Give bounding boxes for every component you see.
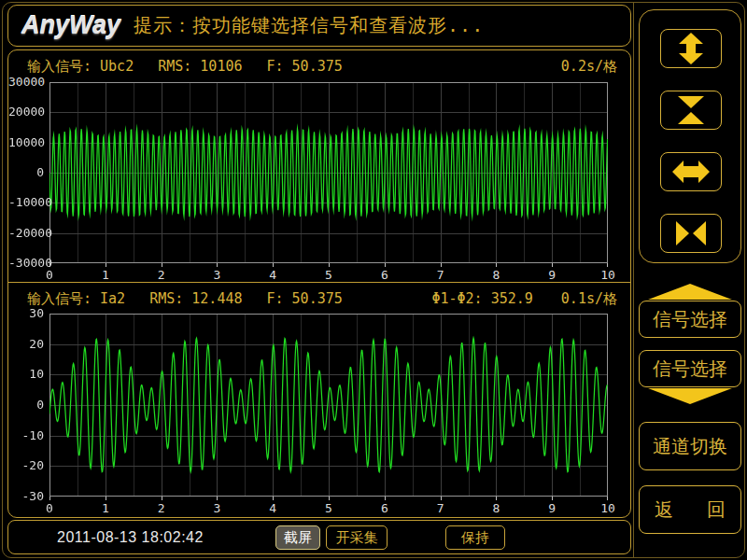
analyzer-screen: AnyWay 提示：按功能键选择信号和查看波形... 输入信号: Ubc2 RM… — [0, 0, 747, 560]
y-axis-tick-label: -20 — [8, 459, 44, 472]
x-axis-tick-label: 9 — [548, 269, 556, 282]
compress-vertical-button[interactable] — [660, 91, 722, 130]
y-axis-tick-label: 20000 — [8, 105, 44, 119]
x-axis-tick-label: 4 — [269, 502, 276, 515]
channel-switch-button[interactable]: 通道切换 — [639, 422, 741, 470]
current-waveform-canvas — [49, 314, 608, 501]
back-label-left: 返 — [655, 497, 673, 523]
x-axis-tick-label: 3 — [213, 269, 220, 282]
x-axis-tick-label: 8 — [492, 502, 500, 515]
x-axis-tick-label: 1 — [102, 502, 109, 515]
x-axis-tick-label: 0 — [46, 502, 53, 515]
signal-select-down-button[interactable]: 信号选择 — [639, 350, 741, 404]
timebase-value: 0.2s/格 — [561, 58, 617, 76]
x-axis-tick-label: 6 — [381, 502, 388, 515]
anyway-logo: AnyWay — [21, 11, 120, 40]
hint-text: 提示：按功能键选择信号和查看波形... — [134, 13, 484, 38]
expand-vertical-button[interactable] — [660, 29, 722, 68]
signal-select-up-label: 信号选择 — [639, 301, 741, 338]
bottom-bar: 2011-08-13 18:02:42 截屏 开采集 保持 — [7, 520, 631, 554]
x-axis-tick-label: 5 — [325, 269, 332, 282]
timestamp: 2011-08-13 18:02:42 — [57, 529, 204, 546]
x-axis-tick-label: 10 — [600, 269, 615, 282]
y-axis-tick-label: -30000 — [8, 257, 44, 270]
signal-select-up-button[interactable]: 信号选择 — [639, 284, 741, 338]
start-acquisition-button[interactable]: 开采集 — [326, 525, 388, 550]
rms-value: RMS: 10106 — [158, 58, 242, 76]
expand-horizontal-icon — [672, 156, 710, 188]
x-axis-tick-label: 5 — [325, 502, 332, 515]
rms-value: RMS: 12.448 — [149, 290, 242, 308]
x-axis-tick-label: 1 — [102, 269, 109, 282]
compress-horizontal-icon — [672, 217, 710, 249]
x-axis-tick-label: 3 — [213, 502, 220, 515]
phase-diff-value: Φ1-Φ2: 352.9 — [431, 290, 532, 308]
y-axis-tick-label: 30 — [8, 307, 44, 320]
compress-horizontal-button[interactable] — [660, 214, 722, 253]
sidebar-separator — [633, 3, 634, 557]
down-triangle-icon — [648, 388, 732, 404]
y-axis-tick-label: -30 — [8, 490, 44, 503]
x-axis-tick-label: 4 — [269, 269, 276, 282]
back-label-right: 回 — [707, 497, 726, 523]
x-axis-tick-label: 9 — [548, 502, 556, 515]
title-bar: AnyWay 提示：按功能键选择信号和查看波形... — [7, 5, 631, 47]
x-axis-tick-label: 6 — [381, 269, 388, 282]
current-waveform-panel: 输入信号: Ia2 RMS: 12.448 F: 50.375 Φ1-Φ2: 3… — [8, 283, 630, 518]
x-axis-tick-label: 10 — [600, 502, 615, 515]
frequency-value: F: 50.375 — [267, 290, 343, 308]
current-panel-header: 输入信号: Ia2 RMS: 12.448 F: 50.375 Φ1-Φ2: 3… — [27, 290, 617, 308]
signal-select-down-label: 信号选择 — [639, 350, 741, 387]
timebase-value: 0.1s/格 — [561, 290, 617, 308]
y-axis-tick-label: 0 — [8, 166, 44, 179]
waveform-area: 输入信号: Ubc2 RMS: 10106 F: 50.375 0.2s/格 3… — [7, 49, 631, 518]
expand-vertical-icon — [672, 33, 710, 64]
y-axis-tick-label: 30000 — [8, 76, 44, 89]
frequency-value: F: 50.375 — [267, 58, 343, 76]
x-axis-tick-label: 7 — [437, 269, 444, 282]
x-axis-tick-label: 0 — [46, 269, 53, 282]
y-axis-tick-label: 10 — [8, 368, 44, 381]
voltage-waveform-panel: 输入信号: Ubc2 RMS: 10106 F: 50.375 0.2s/格 3… — [8, 50, 630, 282]
signal-label: 输入信号: Ubc2 — [27, 58, 134, 76]
x-axis-tick-label: 7 — [437, 502, 444, 515]
back-button[interactable]: 返 回 — [639, 485, 741, 534]
x-axis-tick-label: 8 — [492, 269, 500, 282]
y-axis-tick-label: 10000 — [8, 136, 44, 149]
y-axis-tick-label: -20000 — [8, 227, 44, 240]
voltage-panel-header: 输入信号: Ubc2 RMS: 10106 F: 50.375 0.2s/格 — [27, 58, 617, 76]
x-axis-tick-label: 2 — [158, 269, 165, 282]
y-axis-tick-label: 20 — [8, 338, 44, 351]
y-axis-tick-label: 0 — [8, 399, 44, 412]
x-axis-tick-label: 2 — [158, 502, 165, 515]
y-axis-tick-label: -10 — [8, 429, 44, 442]
voltage-waveform-canvas — [49, 82, 608, 268]
up-triangle-icon — [648, 284, 732, 300]
hold-button[interactable]: 保持 — [445, 525, 505, 550]
expand-horizontal-button[interactable] — [660, 152, 722, 191]
compress-vertical-icon — [672, 94, 710, 126]
waveform-zoom-group — [639, 9, 741, 263]
screenshot-button[interactable]: 截屏 — [275, 525, 320, 550]
y-axis-tick-label: -10000 — [8, 196, 44, 209]
